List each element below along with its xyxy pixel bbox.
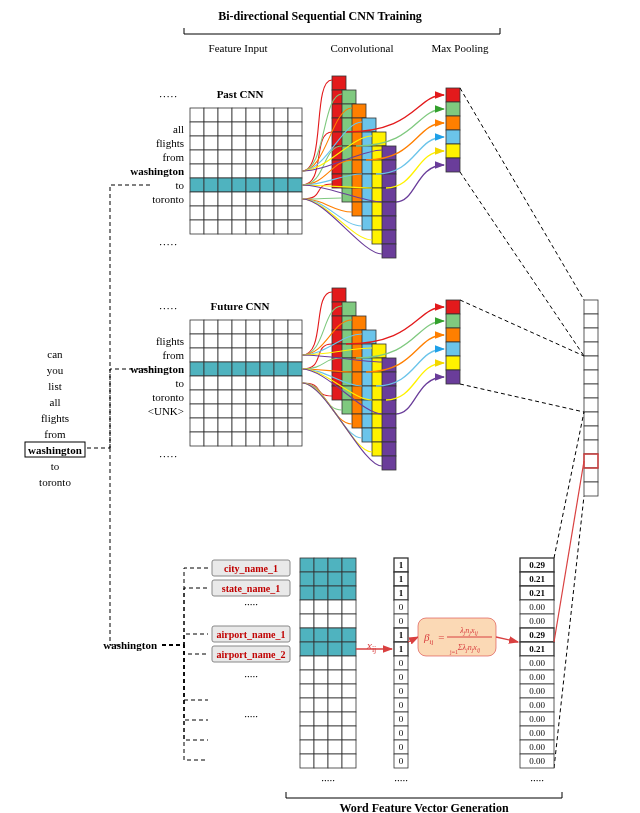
svg-rect-340 [314, 628, 328, 642]
svg-rect-66 [274, 192, 288, 206]
svg-rect-275 [446, 342, 460, 356]
xij-column: 111001100000000····· [394, 558, 408, 786]
svg-rect-35 [288, 136, 302, 150]
svg-rect-323 [300, 572, 314, 586]
past-word-labels: allflightsfromwashingtontotoronto [130, 123, 184, 205]
svg-rect-279 [584, 314, 598, 328]
svg-rect-344 [314, 642, 328, 656]
svg-rect-49 [260, 164, 274, 178]
svg-text:0: 0 [399, 658, 404, 668]
svg-rect-16 [246, 108, 260, 122]
svg-rect-175 [260, 362, 274, 376]
svg-rect-336 [314, 614, 328, 628]
svg-rect-182 [246, 376, 260, 390]
svg-rect-369 [328, 726, 342, 740]
svg-text:washington: washington [130, 363, 184, 375]
svg-rect-212 [218, 432, 232, 446]
svg-text:state_name_1: state_name_1 [222, 583, 280, 594]
svg-rect-177 [288, 362, 302, 376]
svg-rect-280 [584, 328, 598, 342]
svg-rect-174 [246, 362, 260, 376]
svg-rect-324 [314, 572, 328, 586]
svg-rect-352 [314, 670, 328, 684]
svg-rect-341 [328, 628, 342, 642]
svg-rect-25 [260, 122, 274, 136]
svg-text:0: 0 [399, 672, 404, 682]
svg-rect-157 [232, 334, 246, 348]
svg-text:flights: flights [156, 137, 184, 149]
svg-rect-46 [218, 164, 232, 178]
svg-rect-169 [288, 348, 302, 362]
svg-text:to: to [175, 377, 184, 389]
svg-rect-68 [190, 206, 204, 220]
svg-rect-12 [190, 108, 204, 122]
svg-rect-22 [218, 122, 232, 136]
svg-rect-181 [232, 376, 246, 390]
svg-rect-150 [246, 320, 260, 334]
svg-rect-147 [204, 320, 218, 334]
svg-rect-24 [246, 122, 260, 136]
svg-rect-19 [288, 108, 302, 122]
svg-text:toronto: toronto [152, 391, 184, 403]
svg-rect-184 [274, 376, 288, 390]
svg-rect-75 [288, 206, 302, 220]
svg-rect-71 [232, 206, 246, 220]
svg-text:0.21: 0.21 [529, 574, 545, 584]
svg-line-293 [460, 88, 584, 300]
svg-text:0: 0 [399, 686, 404, 696]
svg-rect-48 [246, 164, 260, 178]
svg-rect-370 [342, 726, 356, 740]
svg-text:list: list [48, 380, 61, 392]
svg-rect-266 [382, 386, 396, 400]
svg-rect-161 [288, 334, 302, 348]
svg-rect-78 [218, 220, 232, 234]
svg-rect-283 [584, 370, 598, 384]
svg-rect-281 [584, 342, 598, 356]
svg-text:0.00: 0.00 [529, 700, 545, 710]
svg-rect-40 [246, 150, 260, 164]
svg-text:0: 0 [399, 756, 404, 766]
svg-rect-45 [204, 164, 218, 178]
svg-rect-69 [204, 206, 218, 220]
beta-column: 0.290.210.210.000.000.290.210.000.000.00… [520, 558, 554, 786]
svg-rect-240 [352, 316, 366, 330]
svg-rect-367 [300, 726, 314, 740]
svg-rect-57 [260, 178, 274, 192]
svg-text:city_name_1: city_name_1 [224, 563, 278, 574]
svg-text:0.29: 0.29 [529, 560, 545, 570]
svg-rect-345 [328, 642, 342, 656]
svg-rect-349 [328, 656, 342, 670]
svg-rect-52 [190, 178, 204, 192]
svg-rect-30 [218, 136, 232, 150]
svg-rect-55 [232, 178, 246, 192]
svg-rect-132 [382, 174, 396, 188]
svg-rect-282 [584, 356, 598, 370]
svg-rect-67 [288, 192, 302, 206]
svg-rect-54 [218, 178, 232, 192]
svg-rect-347 [300, 656, 314, 670]
svg-rect-44 [190, 164, 204, 178]
svg-rect-190 [246, 390, 260, 404]
svg-rect-337 [328, 614, 342, 628]
svg-rect-65 [260, 192, 274, 206]
svg-text:·····: ····· [159, 238, 178, 250]
past-pool-column [446, 88, 460, 172]
svg-text:0: 0 [399, 742, 404, 752]
svg-rect-213 [232, 432, 246, 446]
svg-rect-204 [218, 418, 232, 432]
header-pool: Max Pooling [431, 42, 489, 54]
svg-text:0.00: 0.00 [529, 742, 545, 752]
svg-rect-374 [342, 740, 356, 754]
svg-rect-332 [314, 600, 328, 614]
svg-rect-322 [342, 558, 356, 572]
svg-rect-287 [584, 426, 598, 440]
svg-text:washington: washington [130, 165, 184, 177]
past-cnn-label: Past CNN [217, 88, 264, 100]
svg-rect-149 [232, 320, 246, 334]
svg-text:·····: ····· [159, 450, 178, 462]
svg-rect-180 [218, 376, 232, 390]
svg-rect-285 [584, 398, 598, 412]
svg-text:0.00: 0.00 [529, 658, 545, 668]
svg-rect-377 [328, 754, 342, 768]
svg-rect-364 [314, 712, 328, 726]
